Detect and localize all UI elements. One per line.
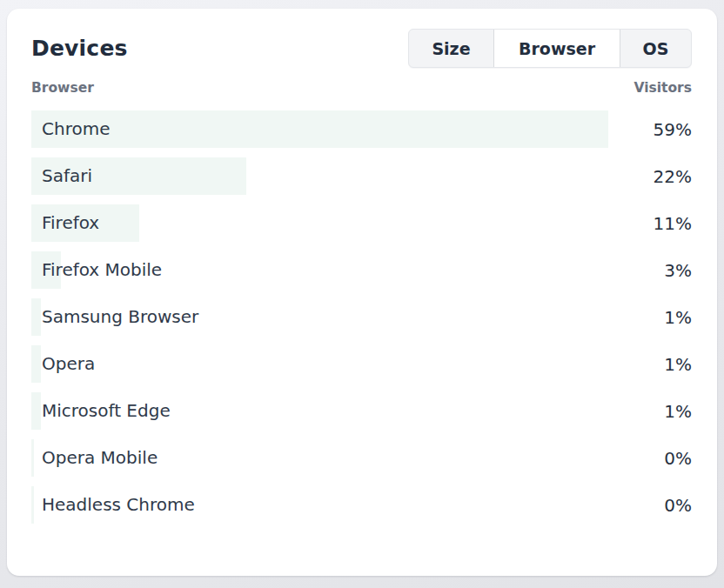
visitors-percent-value: 0% (664, 439, 692, 478)
table-row[interactable]: Safari 22% (31, 157, 692, 195)
visitors-percent-value: 3% (664, 251, 692, 290)
tab-group-device-breakdown: Size Browser OS (408, 29, 692, 68)
percentage-bar (31, 298, 41, 336)
visitors-percent-value: 1% (664, 392, 692, 431)
visitors-percent-value: 59% (654, 110, 692, 149)
percentage-bar (31, 345, 41, 383)
table-row[interactable]: Headless Chrome 0% (31, 486, 692, 524)
visitors-percent-value: 11% (654, 204, 692, 243)
browser-rows: Chrome 59% Safari 22% Firefox 11% Firefo… (31, 110, 692, 524)
browser-name-label: Chrome (42, 110, 110, 148)
browser-name-label: Firefox Mobile (42, 251, 162, 289)
visitors-percent-value: 0% (664, 486, 692, 525)
column-header-visitors: Visitors (634, 80, 692, 97)
table-row[interactable]: Firefox 11% (31, 204, 692, 242)
browser-name-label: Microsoft Edge (42, 392, 171, 430)
table-row[interactable]: Opera 1% (31, 345, 692, 383)
tab-browser[interactable]: Browser (493, 30, 620, 67)
browser-name-label: Opera (42, 345, 95, 383)
visitors-percent-value: 22% (654, 157, 692, 196)
browser-name-label: Headless Chrome (42, 486, 195, 524)
devices-panel: Devices Size Browser OS Browser Visitors… (7, 9, 717, 576)
page-title: Devices (31, 36, 128, 61)
table-row[interactable]: Chrome 59% (31, 110, 692, 148)
browser-name-label: Safari (42, 157, 92, 195)
column-header-browser: Browser (31, 80, 94, 97)
browser-name-label: Opera Mobile (42, 439, 158, 477)
table-row[interactable]: Firefox Mobile 3% (31, 251, 692, 289)
tab-os[interactable]: OS (620, 30, 691, 67)
browser-name-label: Samsung Browser (42, 298, 198, 336)
table-row[interactable]: Samsung Browser 1% (31, 298, 692, 336)
browser-name-label: Firefox (42, 204, 99, 242)
percentage-bar (31, 392, 41, 430)
visitors-percent-value: 1% (664, 345, 692, 384)
percentage-bar (31, 439, 34, 477)
panel-header: Devices Size Browser OS (31, 29, 692, 68)
table-row[interactable]: Microsoft Edge 1% (31, 392, 692, 430)
column-headers: Browser Visitors (31, 80, 692, 97)
visitors-percent-value: 1% (664, 298, 692, 337)
percentage-bar (31, 110, 608, 148)
tab-size[interactable]: Size (409, 30, 493, 67)
percentage-bar (31, 486, 34, 524)
table-row[interactable]: Opera Mobile 0% (31, 439, 692, 477)
